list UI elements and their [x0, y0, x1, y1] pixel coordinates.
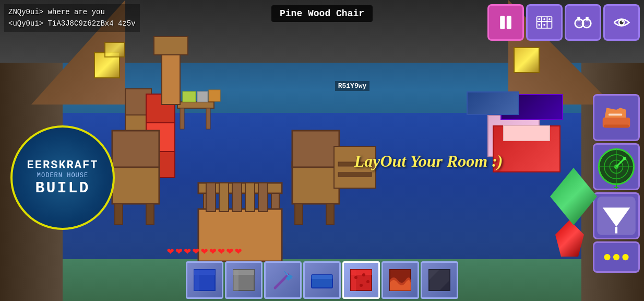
- item-tooltip: Pine Wood Chair: [271, 5, 373, 22]
- blue-mat-icon: [309, 267, 335, 293]
- heart-2: ❤: [175, 244, 182, 258]
- map-icon: [535, 13, 554, 32]
- pause-icon: [496, 13, 515, 32]
- shoe-icon: [601, 102, 632, 133]
- chat-overlay: ZNQy0ui> where are you <uQy0ui> TiA3J8C9…: [4, 4, 140, 32]
- player-nametag: R5iY9wy: [335, 81, 370, 91]
- svg-rect-54: [586, 17, 588, 20]
- svg-rect-8: [206, 108, 210, 129]
- svg-point-51: [577, 21, 581, 26]
- svg-point-91: [366, 280, 369, 283]
- svg-rect-60: [609, 114, 622, 116]
- svg-point-88: [354, 276, 357, 279]
- svg-point-47: [543, 24, 545, 26]
- svg-point-52: [585, 21, 589, 26]
- heart-3: ❤: [184, 244, 191, 258]
- svg-rect-13: [112, 131, 159, 167]
- layout-text: LayOut Your Room :): [354, 152, 503, 171]
- dots-icon: [598, 244, 635, 270]
- svg-rect-29: [258, 183, 268, 212]
- hotbar-slot-4[interactable]: [303, 261, 341, 299]
- svg-rect-84: [312, 275, 332, 279]
- heart-1: ❤: [167, 244, 174, 258]
- svg-rect-12: [112, 162, 159, 204]
- svg-rect-81: [233, 270, 238, 291]
- magma-block-icon: [387, 267, 413, 293]
- svg-point-46: [538, 24, 540, 26]
- binoculars-button[interactable]: [565, 4, 601, 41]
- svg-point-45: [548, 18, 551, 20]
- svg-rect-36: [338, 172, 372, 177]
- svg-rect-87: [351, 270, 356, 291]
- svg-point-74: [613, 254, 619, 260]
- svg-point-73: [604, 254, 610, 260]
- descend-button[interactable]: [593, 192, 640, 239]
- svg-rect-38: [507, 16, 511, 29]
- logo-subtitle: MODERN HOUSE: [37, 172, 88, 179]
- svg-rect-23: [326, 204, 334, 225]
- radar-button[interactable]: [593, 143, 640, 190]
- heart-8: ❤: [226, 244, 233, 258]
- svg-point-67: [623, 157, 626, 160]
- svg-rect-10: [197, 91, 208, 102]
- logo-circle: EERSKRAFT MODERN HOUSE BUILD: [10, 125, 115, 230]
- svg-rect-33: [154, 37, 188, 55]
- svg-point-90: [360, 284, 363, 287]
- down-arrow-icon: [594, 194, 638, 238]
- svg-rect-26: [219, 183, 229, 212]
- svg-rect-6: [177, 102, 214, 108]
- eye-button[interactable]: [603, 4, 640, 41]
- hotbar-slot-6[interactable]: [381, 261, 419, 299]
- svg-rect-53: [577, 17, 580, 20]
- svg-point-44: [543, 18, 545, 20]
- hotbar-slot-2[interactable]: [225, 261, 263, 299]
- hotbar-slot-1[interactable]: [186, 261, 223, 299]
- radar-icon: [594, 145, 638, 189]
- heart-9: ❤: [235, 244, 242, 258]
- svg-point-43: [538, 18, 540, 20]
- pause-button[interactable]: [487, 4, 524, 41]
- svg-rect-28: [245, 183, 255, 212]
- eye-icon: [612, 13, 631, 32]
- hotbar-slot-7[interactable]: [421, 261, 458, 299]
- svg-point-89: [362, 273, 365, 276]
- game-background: ZNQy0ui> where are you <uQy0ui> TiA3J8C9…: [0, 0, 644, 301]
- svg-rect-7: [180, 108, 184, 129]
- svg-rect-27: [232, 183, 242, 212]
- svg-rect-37: [500, 16, 505, 29]
- logo-title: EERSKRAFT: [27, 159, 99, 172]
- blue-block-icon: [192, 267, 218, 293]
- hotbar-slot-3[interactable]: [264, 261, 302, 299]
- svg-rect-9: [183, 91, 196, 102]
- heart-4: ❤: [193, 244, 199, 258]
- chat-line-2: <uQy0ui> TiA3J8C9z62zBx4 4z5v: [8, 18, 136, 29]
- hotbar: [186, 261, 458, 299]
- svg-rect-21: [292, 131, 339, 167]
- svg-rect-14: [115, 204, 123, 225]
- svg-point-75: [622, 254, 628, 260]
- svg-rect-22: [295, 204, 303, 225]
- binoculars-icon: [574, 13, 592, 32]
- more-options-button[interactable]: [593, 241, 640, 273]
- top-controls: [487, 4, 640, 41]
- svg-rect-11: [209, 90, 220, 101]
- svg-rect-50: [582, 21, 584, 25]
- red-block-icon: [348, 267, 374, 293]
- map-button[interactable]: [526, 4, 563, 41]
- svg-rect-78: [194, 270, 199, 291]
- svg-rect-20: [292, 162, 339, 204]
- logo-build: BUILD: [35, 179, 90, 197]
- svg-line-82: [275, 275, 288, 288]
- stone-block-icon: [231, 267, 257, 293]
- chat-line-1: ZNQy0ui> where are you: [8, 6, 136, 18]
- svg-rect-15: [146, 204, 154, 225]
- dark-stone-icon: [426, 267, 452, 293]
- svg-rect-59: [604, 125, 629, 128]
- svg-point-57: [622, 21, 623, 22]
- heart-7: ❤: [218, 244, 225, 258]
- health-bar: ❤ ❤ ❤ ❤ ❤ ❤ ❤ ❤ ❤: [167, 244, 242, 258]
- heart-5: ❤: [201, 244, 208, 258]
- hotbar-slot-5[interactable]: [342, 261, 380, 299]
- svg-rect-25: [206, 183, 216, 212]
- speed-button[interactable]: [593, 94, 640, 141]
